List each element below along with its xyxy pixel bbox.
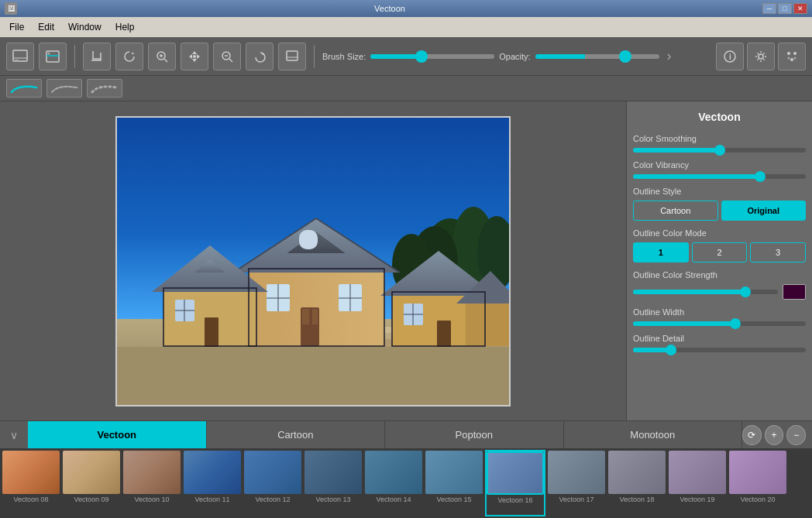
toolbar-separator-2	[314, 45, 315, 68]
film-item-5[interactable]: Vectoon 13	[304, 450, 363, 516]
film-item-3[interactable]: Vectoon 11	[183, 450, 242, 516]
film-item-12[interactable]: Vectoon 20	[728, 450, 787, 516]
image-canvas	[115, 116, 511, 407]
color-swatch[interactable]	[783, 284, 806, 300]
settings-button[interactable]	[747, 43, 775, 70]
outline-style-buttons: Cartoon Original	[633, 201, 806, 221]
original-style-button[interactable]: Original	[721, 201, 807, 221]
toolbar-separator-1	[74, 45, 75, 68]
add-button[interactable]: +	[765, 425, 784, 445]
right-panel: Vectoon Color Smoothing Color Vibrancy O…	[626, 101, 812, 420]
color-mode-3-button[interactable]: 3	[750, 242, 806, 262]
film-thumb-12	[729, 451, 786, 494]
tab-end-controls: ⟳ + −	[742, 421, 812, 448]
effects-button[interactable]	[778, 43, 806, 70]
outline-color-strength-group: Outline Color Strength	[633, 270, 806, 300]
outline-detail-label: Outline Detail	[633, 334, 806, 343]
minimize-button[interactable]: ─	[762, 3, 776, 14]
svg-point-22	[788, 57, 790, 59]
brush-tool-1[interactable]	[6, 79, 42, 98]
outline-color-strength-label: Outline Color Strength	[633, 270, 806, 280]
color-vibrancy-group: Color Vibrancy	[633, 160, 806, 179]
svg-point-23	[794, 57, 797, 59]
menu-bar: File Edit Window Help	[0, 17, 812, 37]
svg-point-20	[793, 52, 797, 55]
outline-width-slider[interactable]	[633, 321, 806, 326]
film-item-7[interactable]: Vectoon 15	[425, 450, 483, 516]
brush-size-slider[interactable]	[370, 54, 494, 59]
outline-style-label: Outline Style	[633, 187, 806, 196]
zoom-out-button[interactable]	[213, 43, 241, 70]
film-thumb-7	[425, 451, 483, 494]
brush-tool-2[interactable]	[46, 79, 82, 98]
svg-point-21	[790, 58, 793, 61]
filmstrip: Vectoon 08 Vectoon 09 Vectoon 10 Vectoon…	[0, 448, 812, 518]
tab-cartoon[interactable]: Cartoon	[207, 421, 386, 448]
zoom-in-button[interactable]	[148, 43, 176, 70]
rotate-tool-button[interactable]	[115, 43, 143, 70]
outline-style-group: Outline Style Cartoon Original	[633, 187, 806, 221]
menu-edit[interactable]: Edit	[32, 19, 60, 35]
tab-poptoon[interactable]: Poptoon	[385, 421, 564, 448]
film-item-10[interactable]: Vectoon 18	[607, 450, 666, 516]
color-mode-buttons: 1 2 3	[633, 242, 806, 262]
color-mode-2-button[interactable]: 2	[692, 242, 748, 262]
pan-tool-button[interactable]	[181, 43, 208, 70]
svg-rect-66	[466, 300, 511, 346]
film-item-2[interactable]: Vectoon 10	[122, 450, 181, 516]
film-label-0: Vectoon 08	[13, 496, 48, 503]
film-label-1: Vectoon 09	[74, 496, 108, 503]
outline-strength-slider[interactable]	[633, 290, 778, 294]
film-thumb-8	[487, 451, 544, 495]
remove-button[interactable]: −	[786, 425, 806, 445]
outline-detail-slider[interactable]	[633, 348, 806, 352]
scan-tool-button[interactable]	[39, 43, 67, 70]
opacity-slider[interactable]	[535, 54, 659, 59]
film-item-1[interactable]: Vectoon 09	[62, 450, 121, 516]
menu-help[interactable]: Help	[109, 19, 141, 35]
brush-tool-3[interactable]	[87, 79, 122, 98]
film-thumb-9	[548, 451, 605, 494]
svg-point-5	[48, 52, 50, 54]
fullscreen-button[interactable]	[278, 43, 306, 70]
film-thumb-10	[608, 451, 666, 494]
film-item-0[interactable]: Vectoon 08	[2, 450, 60, 516]
film-label-7: Vectoon 15	[436, 496, 471, 503]
film-item-9[interactable]: Vectoon 17	[547, 450, 606, 516]
nav-arrow-right[interactable]: ›	[664, 48, 675, 64]
color-smoothing-slider[interactable]	[633, 148, 806, 153]
brush-size-group: Brush Size:	[322, 52, 494, 61]
main-toolbar: Brush Size: Opacity: › i	[0, 37, 812, 76]
film-item-4[interactable]: Vectoon 12	[243, 450, 302, 516]
panel-title: Vectoon	[633, 108, 806, 126]
maximize-button[interactable]: □	[778, 3, 792, 14]
bottom-tabs: ∨ Vectoon Cartoon Poptoon Monotoon ⟳ + −	[0, 420, 812, 448]
info-button[interactable]: i	[716, 43, 744, 70]
image-tool-button[interactable]	[6, 43, 34, 70]
crop-tool-button[interactable]	[83, 43, 111, 70]
menu-window[interactable]: Window	[62, 19, 108, 35]
film-label-4: Vectoon 12	[255, 496, 290, 503]
svg-rect-14	[287, 51, 298, 60]
color-mode-1-button[interactable]: 1	[633, 242, 689, 262]
svg-rect-51	[302, 309, 309, 324]
tab-monotoon[interactable]: Monotoon	[564, 421, 743, 448]
tab-arrow-left[interactable]: ∨	[0, 421, 28, 448]
redo-tool-button[interactable]	[246, 43, 274, 70]
menu-file[interactable]: File	[3, 19, 30, 35]
close-button[interactable]: ✕	[793, 3, 807, 14]
cartoon-style-button[interactable]: Cartoon	[633, 201, 718, 221]
refresh-button[interactable]: ⟳	[742, 425, 762, 445]
film-thumb-5	[304, 451, 362, 494]
film-item-11[interactable]: Vectoon 19	[668, 450, 727, 516]
film-item-6[interactable]: Vectoon 14	[364, 450, 423, 516]
film-item-8[interactable]: Vectoon 16	[485, 450, 545, 516]
brush-size-label: Brush Size:	[322, 52, 366, 61]
canvas-area	[0, 101, 626, 420]
film-thumb-2	[123, 451, 181, 494]
film-label-6: Vectoon 14	[376, 496, 411, 503]
svg-point-10	[193, 55, 196, 58]
tab-vectoon[interactable]: Vectoon	[28, 421, 207, 448]
film-thumb-4	[244, 451, 301, 494]
color-vibrancy-slider[interactable]	[633, 174, 806, 179]
